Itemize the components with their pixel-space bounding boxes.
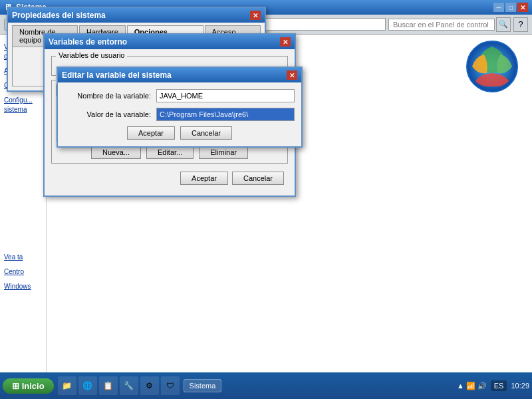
sidebar-centro[interactable]: Centro xyxy=(3,265,43,279)
vars-close-button[interactable]: ✕ xyxy=(280,37,291,47)
taskbar-right: ▲ 📶 🔊 ES 10:29 xyxy=(457,380,529,391)
prop-close-button[interactable]: ✕ xyxy=(250,11,261,20)
system-vars-buttons: Nueva... Editar... Eliminar xyxy=(56,146,283,159)
search-button[interactable]: 🔍 xyxy=(496,17,511,32)
edit-accept-button[interactable]: Aceptar xyxy=(127,126,175,140)
vars-title: Variables de entorno xyxy=(49,37,127,47)
prop-dialog-titlebar: Propiedades del sistema ✕ xyxy=(8,8,265,23)
taskbar-item-label: Sistema xyxy=(190,382,216,390)
var-value-label: Valor de la variable: xyxy=(65,110,151,118)
taskbar-icon-4[interactable]: 🔧 xyxy=(120,376,138,395)
time-display: 10:29 xyxy=(511,382,529,390)
var-name-row: Nombre de la variable: xyxy=(65,89,295,102)
edit-dialog-content: Nombre de la variable: Valor de la varia… xyxy=(58,82,301,146)
taskbar-icons: 📁 🌐 📋 🔧 ⚙ 🛡 xyxy=(58,376,180,395)
taskbar-icon-2[interactable]: 🌐 xyxy=(78,376,97,395)
maximize-button[interactable]: □ xyxy=(505,3,516,12)
start-label: Inicio xyxy=(22,381,45,391)
edit-titlebar: Editar la variable del sistema ✕ xyxy=(58,68,301,82)
edit-title: Editar la variable del sistema xyxy=(62,70,172,80)
clock[interactable]: 10:29 xyxy=(511,382,529,390)
tray-network-icon[interactable]: 📶 xyxy=(466,382,475,390)
windows-logo xyxy=(466,40,519,95)
user-vars-label: Variables de usuario xyxy=(56,51,127,59)
start-button[interactable]: ⊞ Inicio xyxy=(3,378,54,394)
sidebar-vea-ta[interactable]: Vea ta xyxy=(3,250,43,265)
taskbar-icon-6[interactable]: 🛡 xyxy=(161,376,180,395)
tray-volume-icon[interactable]: 🔊 xyxy=(477,382,487,390)
vars-dialog-buttons: Aceptar Cancelar xyxy=(51,168,288,189)
tray-icon-1[interactable]: ▲ xyxy=(457,382,464,390)
var-value-row: Valor de la variable: xyxy=(65,108,295,121)
search-input[interactable] xyxy=(388,19,495,31)
nueva-button[interactable]: Nueva... xyxy=(91,146,141,159)
start-icon: ⊞ xyxy=(12,381,19,391)
sidebar-windows[interactable]: Windows xyxy=(3,279,43,294)
help-button[interactable]: ? xyxy=(513,17,528,32)
taskbar-icon-3[interactable]: 📋 xyxy=(99,376,118,395)
edit-close-button[interactable]: ✕ xyxy=(287,70,297,80)
system-tray: ▲ 📶 🔊 xyxy=(457,382,487,390)
var-name-input[interactable] xyxy=(156,89,295,102)
taskbar-sistema-item[interactable]: Sistema xyxy=(184,379,222,392)
sidebar-bottom: Vea ta Centro Windows xyxy=(3,250,43,294)
minimize-button[interactable]: ─ xyxy=(493,3,504,12)
close-button[interactable]: ✕ xyxy=(517,3,528,12)
edit-dialog: Editar la variable del sistema ✕ Nombre … xyxy=(57,66,303,148)
taskbar-icon-1[interactable]: 📁 xyxy=(58,376,76,395)
edit-cancel-button[interactable]: Cancelar xyxy=(180,126,232,140)
vars-cancel-button[interactable]: Cancelar xyxy=(232,172,284,185)
sidebar-item-configu2[interactable]: Configu... sistema xyxy=(3,93,43,117)
taskbar-icon-5[interactable]: ⚙ xyxy=(140,376,159,395)
prop-dialog-title: Propiedades del sistema xyxy=(12,11,106,20)
vars-accept-button[interactable]: Aceptar xyxy=(180,172,228,185)
eliminar-button[interactable]: Eliminar xyxy=(199,146,248,159)
editar-button[interactable]: Editar... xyxy=(146,146,194,159)
language-indicator[interactable]: ES xyxy=(491,380,507,391)
vars-titlebar: Variables de entorno ✕ xyxy=(45,35,295,49)
var-name-label: Nombre de la variable: xyxy=(65,92,151,100)
edit-buttons: Aceptar Cancelar xyxy=(65,126,295,140)
taskbar: ⊞ Inicio 📁 🌐 📋 🔧 ⚙ 🛡 Sistema ▲ 📶 🔊 ES 10… xyxy=(0,372,532,399)
var-value-input[interactable] xyxy=(156,108,295,121)
